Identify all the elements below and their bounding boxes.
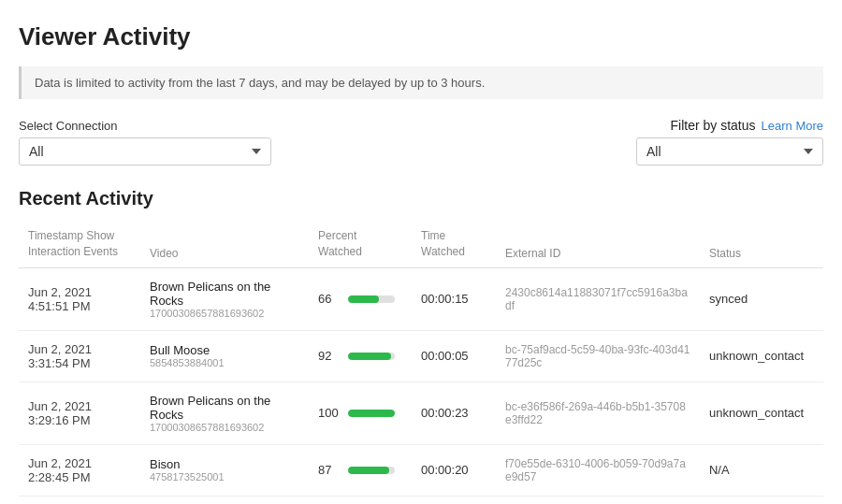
recent-activity-title: Recent Activity (19, 188, 823, 209)
video-title: Bison (150, 457, 299, 471)
connection-label: Select Connection (19, 119, 271, 133)
video-title: Brown Pelicans on the Rocks (150, 394, 299, 422)
cell-video: Bison4758173525001 (140, 444, 309, 496)
col-header-status: Status (700, 221, 823, 267)
percent-number: 100 (318, 406, 341, 420)
cell-external-id: bc-75af9acd-5c59-40ba-93fc-403d4177d25c (496, 330, 700, 382)
cell-external-id: bc-e36f586f-269a-446b-b5b1-35708e3ffd22 (496, 382, 700, 444)
info-bar-text: Data is limited to activity from the las… (35, 76, 485, 90)
cell-status: unknown_contact (700, 330, 823, 382)
cell-percent: 100 (309, 496, 412, 504)
table-row: Jun 2, 2021 2:28:06 PMTiger10000:00:2882… (19, 496, 823, 504)
connection-filter-group: Select Connection All (19, 119, 271, 166)
percent-number: 87 (318, 463, 341, 477)
cell-timestamp: Jun 2, 2021 2:28:06 PM (19, 496, 140, 504)
percent-bar-bg (348, 295, 395, 303)
col-header-timestamp: Timestamp Show Interaction Events (19, 221, 140, 267)
cell-timestamp: Jun 2, 2021 2:28:45 PM (19, 444, 140, 496)
col-header-time: Time Watched (412, 221, 496, 267)
cell-external-id: 82937d37-2fba-499e-94bb- (496, 496, 700, 504)
video-id: 5854853884001 (150, 357, 299, 368)
activity-table: Timestamp Show Interaction Events Video … (19, 221, 823, 504)
status-filter-label: Filter by status (670, 118, 755, 133)
percent-bar-fill (348, 295, 379, 303)
video-id: 17000308657881693602 (150, 422, 299, 433)
table-header-row: Timestamp Show Interaction Events Video … (19, 221, 823, 267)
cell-external-id: f70e55de-6310-4006-b059-70d9a7ae9d57 (496, 444, 700, 496)
video-title: Bull Moose (150, 343, 299, 357)
cell-video: Brown Pelicans on the Rocks1700030865788… (140, 267, 309, 330)
percent-bar-fill (348, 353, 391, 360)
cell-timestamp: Jun 2, 2021 3:31:54 PM (19, 330, 140, 382)
cell-time: 00:00:05 (412, 330, 496, 382)
col-header-percent: Percent Watched (309, 221, 412, 267)
col-header-external-id: External ID (496, 221, 700, 267)
cell-percent: 92 (309, 330, 412, 382)
percent-number: 66 (318, 292, 341, 306)
cell-video: Bull Moose5854853884001 (140, 330, 309, 382)
cell-video: Tiger (140, 496, 309, 504)
video-title: Brown Pelicans on the Rocks (150, 280, 299, 308)
page-title: Viewer Activity (19, 22, 823, 51)
cell-status: N/A (700, 444, 823, 496)
percent-number: 92 (318, 349, 341, 363)
table-row: Jun 2, 2021 3:31:54 PMBull Moose58548538… (19, 330, 823, 382)
status-select[interactable]: All (636, 137, 823, 166)
cell-status: unknown_contact (700, 382, 823, 444)
cell-percent: 87 (309, 444, 412, 496)
cell-status: synced (700, 267, 823, 330)
table-row: Jun 2, 2021 4:51:51 PMBrown Pelicans on … (19, 267, 823, 330)
cell-timestamp: Jun 2, 2021 3:29:16 PM (19, 382, 140, 444)
status-filter-group: Filter by status Learn More All (636, 118, 823, 166)
cell-time: 00:00:28 (412, 496, 496, 504)
status-label-row: Filter by status Learn More (636, 118, 823, 133)
main-page: Viewer Activity Data is limited to activ… (0, 0, 842, 504)
cell-time: 00:00:15 (412, 267, 496, 330)
cell-time: 00:00:23 (412, 382, 496, 444)
table-row: Jun 2, 2021 3:29:16 PMBrown Pelicans on … (19, 382, 823, 444)
cell-percent: 100 (309, 382, 412, 444)
cell-percent: 66 (309, 267, 412, 330)
cell-time: 00:00:20 (412, 444, 496, 496)
percent-bar-bg (348, 410, 395, 417)
video-id: 4758173525001 (150, 471, 299, 482)
percent-bar-fill (348, 467, 389, 474)
table-row: Jun 2, 2021 2:28:45 PMBison4758173525001… (19, 444, 823, 496)
table-body: Jun 2, 2021 4:51:51 PMBrown Pelicans on … (19, 267, 823, 504)
col-header-video: Video (140, 221, 309, 267)
connection-select[interactable]: All (19, 137, 271, 166)
filters-row: Select Connection All Filter by status L… (19, 118, 823, 166)
percent-bar-fill (348, 410, 395, 417)
cell-external-id: 2430c8614a11883071f7cc5916a3badf (496, 267, 700, 330)
percent-bar-bg (348, 353, 395, 360)
percent-bar-bg (348, 467, 395, 474)
cell-video: Brown Pelicans on the Rocks1700030865788… (140, 382, 309, 444)
cell-status: N/A (700, 496, 823, 504)
info-bar: Data is limited to activity from the las… (19, 66, 823, 99)
learn-more-link[interactable]: Learn More (762, 119, 823, 133)
video-id: 17000308657881693602 (150, 308, 299, 319)
cell-timestamp: Jun 2, 2021 4:51:51 PM (19, 267, 140, 330)
